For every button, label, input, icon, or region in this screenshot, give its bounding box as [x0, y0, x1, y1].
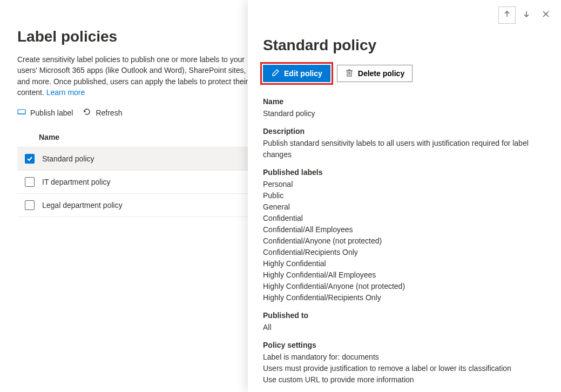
- published-label-item: Highly Confidential: [263, 258, 550, 269]
- name-value: Standard policy: [263, 108, 550, 119]
- arrow-up-icon: [503, 10, 511, 20]
- row-label: IT department policy: [42, 178, 111, 186]
- svg-rect-6: [347, 71, 352, 76]
- trash-icon: [345, 69, 354, 79]
- delete-policy-label: Delete policy: [358, 69, 404, 78]
- page-intro: Create sensitivity label policies to pub…: [17, 54, 254, 98]
- panel-title: Standard policy: [263, 37, 550, 54]
- row-checkbox[interactable]: [25, 200, 35, 210]
- description-label: Description: [263, 127, 550, 136]
- edit-policy-button[interactable]: Edit policy: [263, 65, 330, 82]
- arrow-down-button[interactable]: [518, 6, 535, 24]
- row-checkbox[interactable]: [25, 154, 35, 164]
- refresh-icon: [83, 107, 91, 118]
- edit-policy-label: Edit policy: [284, 69, 322, 78]
- publish-label-button[interactable]: Publish label: [17, 107, 73, 118]
- close-button[interactable]: [537, 6, 555, 24]
- svg-rect-0: [18, 110, 25, 114]
- policy-list: Standard policyIT department policyLegal…: [17, 147, 254, 217]
- list-header-name[interactable]: Name: [17, 127, 254, 147]
- description-value: Publish standard sensitivity labels to a…: [263, 138, 550, 160]
- arrow-up-button[interactable]: [498, 6, 516, 24]
- published-label-item: Confidential/All Employees: [263, 224, 550, 235]
- publish-icon: [17, 107, 26, 118]
- published-label-item: Public: [263, 190, 550, 201]
- published-label-item: Highly Confidential/Recipients Only: [263, 292, 550, 303]
- page-title: Label policies: [17, 28, 254, 45]
- published-label-item: Highly Confidential/All Employees: [263, 269, 550, 281]
- learn-more-link[interactable]: Learn more: [46, 88, 85, 97]
- name-label: Name: [263, 97, 550, 106]
- label-policies-page: Label policies Create sensitivity label …: [0, 0, 254, 392]
- row-label: Legal department policy: [42, 201, 123, 209]
- panel-controls: [498, 6, 555, 24]
- published-label-item: Confidential/Recipients Only: [263, 247, 550, 258]
- table-row[interactable]: Legal department policy: [17, 194, 254, 217]
- policy-setting-item: Users must provide justification to remo…: [263, 363, 550, 374]
- published-to-value: All: [263, 322, 550, 333]
- policy-settings-list: Label is mandatory for: documentsUsers m…: [263, 352, 550, 386]
- row-label: Standard policy: [42, 154, 94, 163]
- row-checkbox[interactable]: [25, 177, 35, 187]
- policy-details-panel: Standard policy Edit policy Delete poli: [248, 0, 561, 392]
- toolbar: Publish label Refresh: [17, 107, 254, 118]
- published-label-item: Highly Confidential/Anyone (not protecte…: [263, 281, 550, 292]
- published-label-item: Confidential: [263, 213, 550, 224]
- refresh-button[interactable]: Refresh: [83, 107, 122, 118]
- published-label-item: General: [263, 201, 550, 213]
- delete-policy-button[interactable]: Delete policy: [337, 65, 413, 82]
- close-icon: [542, 10, 550, 20]
- published-to-label: Published to: [263, 311, 550, 320]
- policy-setting-item: Use custom URL to provide more informati…: [263, 374, 550, 386]
- published-labels-list: PersonalPublicGeneralConfidentialConfide…: [263, 179, 550, 303]
- edit-icon: [271, 69, 280, 79]
- published-label-item: Confidential/Anyone (not protected): [263, 235, 550, 247]
- table-row[interactable]: Standard policy: [17, 147, 254, 171]
- policy-setting-item: Label is mandatory for: documents: [263, 352, 550, 363]
- published-label-item: Personal: [263, 179, 550, 190]
- policy-settings-label: Policy settings: [263, 341, 550, 349]
- refresh-text: Refresh: [96, 109, 122, 117]
- table-row[interactable]: IT department policy: [17, 171, 254, 194]
- arrow-down-icon: [523, 10, 530, 20]
- panel-actions: Edit policy Delete policy: [263, 65, 550, 82]
- publish-label-text: Publish label: [30, 109, 73, 117]
- published-labels-label: Published labels: [263, 168, 550, 177]
